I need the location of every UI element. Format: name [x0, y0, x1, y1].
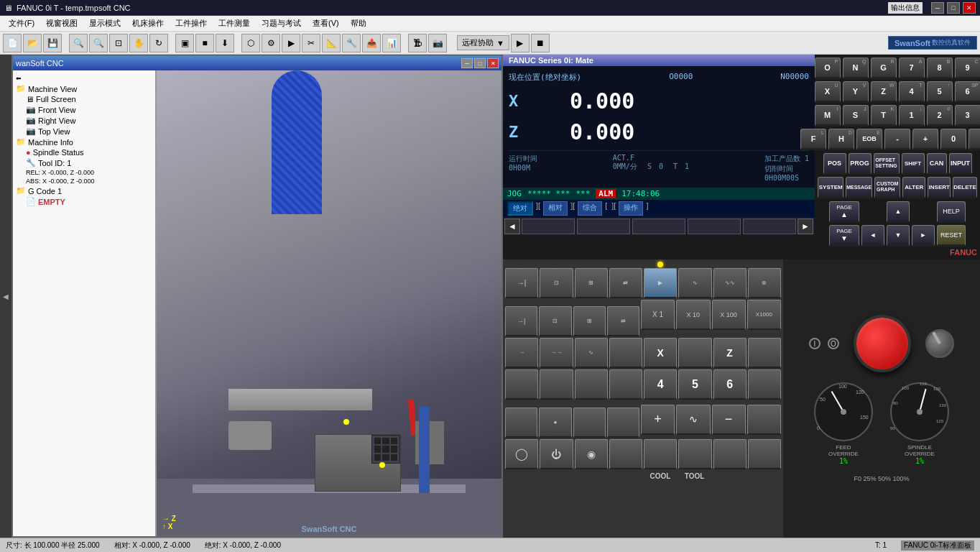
tb-rotate[interactable]: ↻ — [149, 34, 168, 52]
key-message[interactable]: MESSAGE — [846, 177, 872, 198]
ctrl-btn-4[interactable]: ⇄ — [609, 268, 642, 298]
tb-camera[interactable]: 📷 — [428, 34, 447, 52]
softkey-next[interactable]: ► — [798, 218, 813, 234]
ctrl-minus[interactable]: − — [712, 405, 746, 435]
key-custom[interactable]: CUSTOMGRAPH — [874, 177, 900, 198]
ctrl-btn-x10[interactable]: X 10 — [676, 300, 710, 330]
mode-absolute[interactable]: 绝对 — [507, 201, 533, 216]
ctrl-z-axis[interactable]: Z — [713, 338, 746, 368]
tb-zoom-fit[interactable]: ⊡ — [109, 34, 128, 52]
key-g[interactable]: RG — [871, 58, 897, 79]
ctrl-btn-r4-4[interactable] — [609, 369, 642, 400]
key-o[interactable]: PO — [815, 58, 841, 79]
panel-indicator[interactable]: ◀ — [0, 55, 11, 538]
menu-help[interactable]: 帮助 — [345, 17, 372, 30]
tree-spindle-status[interactable]: ● Spindle Status — [16, 147, 152, 157]
power-on-indicator[interactable]: I — [809, 338, 820, 349]
key-h[interactable]: DH — [828, 129, 854, 150]
tb-play2[interactable]: ▶ — [511, 34, 530, 52]
tb-sim[interactable]: ⚙ — [262, 34, 280, 52]
key-help[interactable]: HELP — [937, 201, 966, 223]
menu-machine-op[interactable]: 机床操作 — [126, 17, 170, 30]
viewport-3d[interactable]: → Z ↑ X SwanSoft CNC — [157, 70, 501, 536]
ctrl-btn-10[interactable]: ⊡ — [539, 306, 571, 336]
tb-measure[interactable]: 📐 — [322, 34, 341, 52]
softkey-5[interactable] — [743, 218, 796, 234]
ctrl-num-4[interactable]: 4 — [644, 369, 677, 400]
tb-open[interactable]: 📂 — [23, 34, 42, 52]
ctrl-btn-r4-3[interactable] — [575, 369, 608, 400]
ctrl-btn-r6-7[interactable] — [713, 439, 746, 469]
tree-empty[interactable]: 📄 EMPTY — [16, 196, 152, 207]
key-reset[interactable]: RESET — [937, 225, 966, 247]
tb-new[interactable]: 📄 — [3, 34, 22, 52]
ctrl-btn-r4-8[interactable] — [748, 369, 781, 400]
tree-tool-id[interactable]: 🔧 Tool ID: 1 — [16, 157, 152, 168]
softkey-prev[interactable]: ◄ — [504, 218, 520, 234]
tb-pan[interactable]: ✋ — [129, 34, 148, 52]
key-3[interactable]: 3 — [955, 105, 981, 126]
tb-material[interactable]: ⬡ — [241, 34, 260, 52]
key-right[interactable]: ► — [912, 225, 935, 247]
key-x[interactable]: UX — [815, 81, 841, 103]
key-input[interactable]: INPUT — [949, 153, 972, 175]
tb-save[interactable]: 💾 — [43, 34, 62, 52]
output-info-label[interactable]: 输出信息 — [888, 2, 923, 14]
key-pos[interactable]: POS — [823, 153, 846, 175]
ctrl-btn-8[interactable]: ⊛ — [748, 268, 781, 298]
key-minus[interactable]: - — [884, 129, 910, 150]
minimize-button[interactable]: ─ — [931, 2, 944, 14]
key-can[interactable]: CAN — [927, 153, 947, 175]
key-4[interactable]: T4 — [899, 81, 925, 103]
ctrl-btn-x1000[interactable]: X1000 — [747, 300, 781, 330]
inner-close[interactable]: ✕ — [487, 58, 499, 68]
ctrl-btn-r5-4[interactable] — [607, 408, 639, 438]
key-switch[interactable] — [925, 329, 954, 358]
key-system[interactable]: SYSTEM — [818, 177, 843, 198]
key-t[interactable]: KT — [871, 105, 897, 126]
ctrl-btn-12[interactable]: ⇌ — [607, 306, 639, 336]
ctrl-btn-5[interactable]: ▶ — [644, 268, 677, 298]
ctrl-btn-r3-2[interactable]: →→ — [540, 338, 573, 368]
tb-3d[interactable]: 🗜 — [408, 34, 427, 52]
ctrl-btn-1[interactable]: →| — [505, 268, 538, 298]
key-up[interactable]: ▲ — [887, 201, 910, 223]
menu-view2[interactable]: 查看(V) — [307, 17, 345, 30]
close-button[interactable]: ✕ — [963, 2, 976, 14]
ctrl-num-5[interactable]: 5 — [678, 369, 711, 400]
ctrl-btn-r6-8[interactable] — [748, 439, 781, 469]
tb-zoom-out[interactable]: 🔍 — [89, 34, 108, 52]
ctrl-x-axis[interactable]: X — [644, 338, 677, 368]
key-n[interactable]: QN — [843, 58, 869, 79]
key-2[interactable]: #2 — [927, 105, 953, 126]
ctrl-btn-7[interactable]: ∿∿ — [713, 268, 746, 298]
estop-button[interactable] — [854, 315, 911, 372]
key-down[interactable]: ▼ — [887, 225, 910, 247]
ctrl-btn-r3-1[interactable]: → — [505, 338, 538, 368]
tree-gcode[interactable]: 📁 G Code 1 — [16, 185, 152, 196]
key-z[interactable]: WZ — [871, 81, 897, 103]
ctrl-num-6[interactable]: 6 — [713, 369, 746, 400]
menu-view[interactable]: 视窗视图 — [40, 17, 83, 30]
ctrl-btn-r6-6[interactable] — [678, 439, 711, 469]
key-alter[interactable]: ALTER — [902, 177, 925, 198]
mode-operation[interactable]: 操作 — [619, 201, 643, 216]
key-plus[interactable]: + — [912, 129, 938, 150]
key-insert[interactable]: INSERT — [928, 177, 951, 198]
tb-stop[interactable]: ⏹ — [531, 34, 550, 52]
tb-cut[interactable]: ✂ — [302, 34, 320, 52]
tree-machine-view[interactable]: 📁 Machine View — [16, 83, 152, 94]
ctrl-btn-9[interactable]: →| — [505, 306, 537, 336]
softkey-4[interactable] — [688, 218, 741, 234]
key-9[interactable]: C9 — [955, 58, 981, 79]
key-m[interactable]: IM — [815, 105, 841, 126]
tree-machine-info[interactable]: 📁 Machine Info — [16, 137, 152, 147]
ctrl-btn-r6-5[interactable] — [644, 439, 677, 469]
ctrl-btn-r5-2[interactable]: ● — [539, 408, 571, 438]
menu-workpiece-op[interactable]: 工件操作 — [170, 17, 213, 30]
key-6[interactable]: SP6 — [955, 81, 981, 103]
key-eob[interactable]: EEOB — [856, 129, 882, 150]
ctrl-btn-3[interactable]: ⊞ — [575, 268, 608, 298]
key-5[interactable]: ↑5 — [927, 81, 953, 103]
ctrl-plus[interactable]: + — [641, 405, 675, 435]
